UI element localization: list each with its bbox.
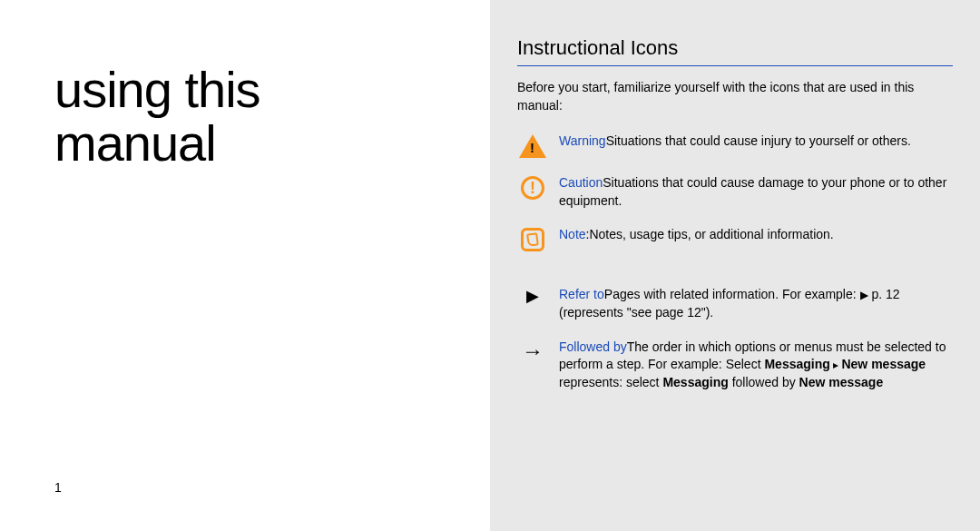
followed-bold3: Messaging xyxy=(662,375,728,389)
page-title: using this manual xyxy=(54,64,472,171)
icon-row-followed: → Followed byThe order in which options … xyxy=(517,339,953,392)
note-desc: Notes, usage tips, or additional informa… xyxy=(589,227,833,241)
warning-desc: Situations that could cause injury to yo… xyxy=(606,133,911,148)
caution-text: CautionSituations that could cause damag… xyxy=(559,174,953,210)
followed-inline-arrow-icon: ▸ xyxy=(830,359,842,371)
followed-desc-mid: represents: select xyxy=(559,375,662,389)
caution-desc: Situations that could cause damage to yo… xyxy=(559,175,946,208)
refer-desc-pre: Pages with related information. For exam… xyxy=(604,287,860,301)
refer-icon: ▶ xyxy=(517,286,548,304)
note-text: Note:Notes, usage tips, or additional in… xyxy=(559,226,953,244)
section-heading: Instructional Icons xyxy=(517,36,953,66)
note-label: Note xyxy=(559,227,586,241)
caution-icon: ! xyxy=(517,174,548,200)
caution-label: Caution xyxy=(559,175,603,190)
right-panel: Instructional Icons Before you start, fa… xyxy=(490,0,980,531)
refer-text: Refer toPages with related information. … xyxy=(559,286,953,321)
followed-label: Followed by xyxy=(559,339,627,354)
note-icon xyxy=(517,226,548,251)
followed-bold4: New message xyxy=(799,375,884,389)
followed-bold2: New message xyxy=(841,357,926,371)
followed-desc-mid2: followed by xyxy=(729,375,799,389)
followed-icon: → xyxy=(517,339,548,362)
warning-text: WarningSituations that could cause injur… xyxy=(559,133,953,151)
icon-row-warning: WarningSituations that could cause injur… xyxy=(517,133,953,158)
warning-icon xyxy=(517,133,548,158)
followed-bold1: Messaging xyxy=(764,357,829,371)
icon-row-caution: ! CautionSituations that could cause dam… xyxy=(517,174,953,210)
intro-text: Before you start, familiarize yourself w… xyxy=(517,79,953,114)
title-line-2: manual xyxy=(54,114,216,172)
icon-row-note: Note:Notes, usage tips, or additional in… xyxy=(517,226,953,251)
followed-text: Followed byThe order in which options or… xyxy=(559,339,953,392)
refer-label: Refer to xyxy=(559,287,604,301)
page-number: 1 xyxy=(54,480,472,513)
left-panel: using this manual 1 xyxy=(0,0,490,531)
warning-label: Warning xyxy=(559,133,606,148)
title-line-1: using this xyxy=(54,61,260,118)
refer-inline-arrow-icon: ▶ xyxy=(860,289,868,301)
icon-row-refer: ▶ Refer toPages with related information… xyxy=(517,286,953,321)
page-title-block: using this manual xyxy=(54,54,472,171)
